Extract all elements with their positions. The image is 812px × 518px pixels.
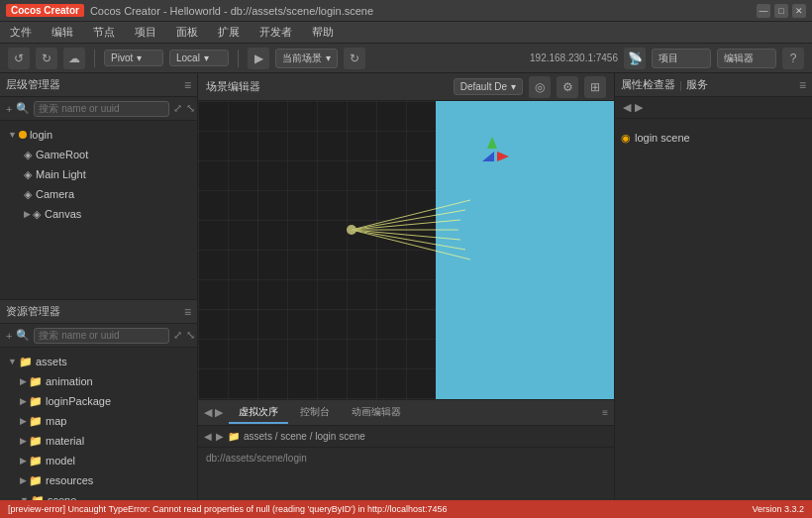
asset-item-loginpackage[interactable]: ▶ 📁 loginPackage (0, 391, 197, 411)
collapse-icon-2[interactable]: ⤡ (186, 329, 195, 342)
scene-gizmo-3[interactable]: ⊞ (584, 76, 606, 98)
expand-icon-2[interactable]: ⤢ (173, 329, 182, 342)
folder-icon-5: 📁 (29, 435, 43, 448)
tab-animation-editor[interactable]: 动画编辑器 (342, 402, 411, 424)
assets-search-input[interactable] (34, 328, 169, 344)
cloud-button[interactable]: ☁ (63, 48, 85, 69)
asset-item-resources[interactable]: ▶ 📁 resources (0, 470, 197, 490)
editor-dropdown[interactable]: 编辑器 (717, 49, 776, 68)
menu-project[interactable]: 项目 (131, 23, 160, 42)
folder-arrow-5: ▶ (20, 436, 27, 446)
tab-menu-icon[interactable]: ≡ (602, 407, 608, 418)
hierarchy-item-mainlight[interactable]: ◈ Main Light (0, 164, 197, 184)
asset-item-map[interactable]: ▶ 📁 map (0, 411, 197, 431)
hierarchy-actions: ≡ (184, 78, 191, 92)
scene-editor-title: 场景编辑器 (206, 79, 260, 94)
title-controls: — □ ✕ (757, 4, 806, 18)
inspector-sep: | (679, 79, 682, 91)
hierarchy-item-camera[interactable]: ◈ Camera (0, 184, 197, 204)
hierarchy-item-label: login (30, 129, 52, 141)
menu-developer[interactable]: 开发者 (255, 23, 296, 42)
folder-icon-7: 📁 (29, 474, 43, 487)
tab-console[interactable]: 控制台 (290, 402, 340, 424)
svg-marker-0 (487, 137, 497, 149)
hierarchy-search-input[interactable] (34, 101, 169, 117)
help-button[interactable]: ? (782, 48, 804, 69)
breadcrumb-nav-left[interactable]: ◀ (204, 431, 212, 442)
close-button[interactable]: ✕ (792, 4, 806, 18)
scene-view-dropdown[interactable]: Default De ▾ (454, 78, 523, 95)
expand-icon[interactable]: ⤢ (173, 102, 182, 115)
maximize-button[interactable]: □ (774, 4, 788, 18)
local-label: Local (176, 52, 200, 63)
refresh-button[interactable]: ↻ (344, 48, 365, 69)
scene-dropdown[interactable]: 当前场景 ▾ (275, 49, 338, 68)
hierarchy-item-label: Canvas (45, 208, 81, 220)
tab-virtual-order[interactable]: 虚拟次序 (229, 402, 288, 424)
inspector-menu-icon[interactable]: ≡ (799, 78, 806, 92)
chevron-down-icon-2: ▾ (204, 52, 209, 63)
assets-menu-icon[interactable]: ≡ (184, 305, 191, 319)
project-dropdown[interactable]: 项目 (652, 49, 711, 68)
hierarchy-item-gameroot[interactable]: ◈ GameRoot (0, 145, 197, 164)
tab-icons-left[interactable]: ◀ ▶ (204, 406, 223, 419)
scene-dot-icon-2: ◉ (621, 132, 631, 145)
asset-item-assets[interactable]: ▼ 📁 assets (0, 352, 197, 371)
undo-button[interactable]: ↺ (8, 48, 30, 69)
local-dropdown[interactable]: Local ▾ (169, 50, 229, 66)
svg-point-10 (347, 225, 356, 235)
service-title: 服务 (686, 77, 708, 92)
menu-node[interactable]: 节点 (89, 23, 119, 42)
redo-button[interactable]: ↻ (36, 48, 57, 69)
broadcast-icon: 📡 (624, 48, 646, 69)
menu-help[interactable]: 帮助 (308, 23, 338, 42)
inspector-scene-item: ◉ login scene (621, 127, 806, 149)
status-message: [preview-error] Uncaught TypeError: Cann… (8, 504, 448, 514)
scene-gizmo-2[interactable]: ⚙ (557, 76, 578, 98)
folder-arrow-3: ▶ (20, 396, 27, 406)
menu-extend[interactable]: 扩展 (214, 23, 244, 42)
hierarchy-item-label: Camera (36, 188, 74, 200)
menu-edit[interactable]: 编辑 (48, 23, 77, 42)
hierarchy-menu-icon[interactable]: ≡ (184, 78, 191, 92)
minimize-button[interactable]: — (757, 4, 770, 18)
center-tab-bar: ◀ ▶ 虚拟次序 控制台 动画编辑器 ≡ (198, 400, 614, 426)
add-node-icon[interactable]: + (6, 103, 12, 115)
menu-bar: 文件 编辑 节点 项目 面板 扩展 开发者 帮助 (0, 22, 812, 44)
hierarchy-item-login[interactable]: ▼ login (0, 125, 197, 145)
node-icon-3: ◈ (24, 188, 32, 201)
menu-panel[interactable]: 面板 (172, 23, 202, 42)
folder-icon-4: 📁 (29, 415, 43, 428)
asset-item-animation[interactable]: ▶ 📁 animation (0, 371, 197, 391)
right-panel: 属性检查器 | 服务 ≡ ◀ ▶ ◉ login scene (614, 73, 812, 518)
assets-search-bar: + 🔍 ⤢ ⤡ (0, 324, 197, 348)
app-brand[interactable]: Cocos Creator (6, 4, 84, 17)
hierarchy-item-label: GameRoot (36, 149, 88, 160)
play-button[interactable]: ▶ (248, 48, 269, 69)
search-icon-2: 🔍 (16, 329, 30, 342)
hierarchy-tree: ▼ login ◈ GameRoot ◈ Main Light ◈ Came (0, 121, 197, 299)
nav-right-icon[interactable]: ▶ (635, 101, 643, 114)
collapse-icon[interactable]: ⤡ (186, 102, 195, 115)
asset-item-model[interactable]: ▶ 📁 model (0, 451, 197, 470)
svg-line-3 (352, 200, 470, 230)
asset-item-material[interactable]: ▶ 📁 material (0, 431, 197, 451)
scene-gizmo-1[interactable]: ◎ (529, 76, 551, 98)
folder-icon: 📁 (19, 356, 33, 368)
pivot-dropdown[interactable]: Pivot ▾ (104, 50, 163, 66)
pivot-label: Pivot (111, 52, 133, 63)
scene-canvas[interactable] (198, 101, 614, 399)
scene-view-label: Default De (460, 81, 507, 92)
inspector-title: 属性检查器 (621, 77, 675, 92)
hierarchy-item-canvas[interactable]: ▶ ◈ Canvas (0, 204, 197, 224)
chevron-down-icon: ▾ (137, 52, 142, 63)
chevron-icon: ▾ (511, 81, 516, 92)
svg-line-5 (352, 220, 460, 230)
add-asset-icon[interactable]: + (6, 330, 12, 342)
assets-title: 资源管理器 (6, 304, 60, 319)
nav-left-icon[interactable]: ◀ (623, 101, 631, 114)
inspector-tree: ◉ login scene (615, 119, 812, 156)
folder-arrow-7: ▶ (20, 475, 27, 485)
menu-file[interactable]: 文件 (6, 23, 36, 42)
breadcrumb-nav-right[interactable]: ▶ (216, 431, 224, 442)
